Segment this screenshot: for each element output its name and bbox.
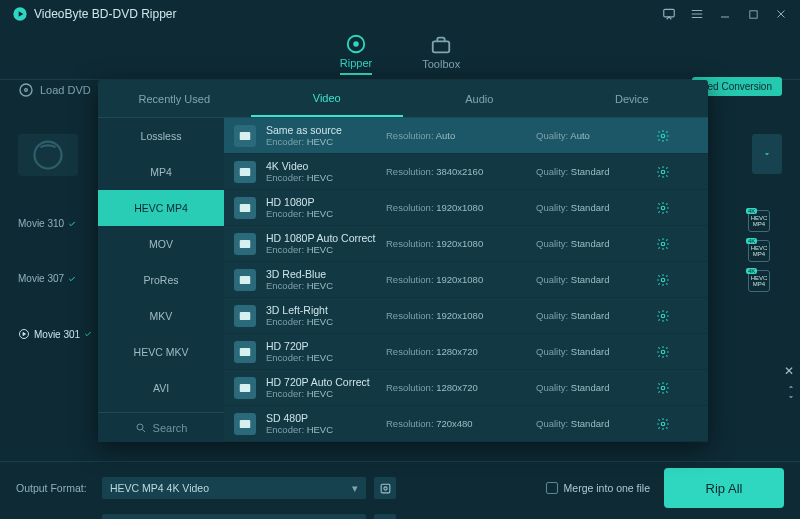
sidebar-item[interactable]: Lossless — [98, 118, 224, 154]
menu-icon[interactable] — [690, 7, 704, 21]
tab-ripper-label: Ripper — [340, 57, 372, 69]
movie-item[interactable]: Movie 310 — [18, 196, 98, 251]
preset-row[interactable]: 3D Left-RightEncoder: HEVCResolution: 19… — [224, 298, 708, 334]
movie-item[interactable]: Movie 307 — [18, 251, 98, 306]
svg-rect-14 — [240, 203, 251, 211]
preset-row[interactable]: SD 480PEncoder: HEVCResolution: 720x480Q… — [224, 406, 708, 442]
svg-point-6 — [25, 89, 28, 92]
checkbox-icon — [546, 482, 558, 494]
load-dvd-button[interactable]: Load DVD — [18, 82, 105, 98]
svg-rect-16 — [240, 239, 251, 247]
preset-list[interactable]: Same as sourceEncoder: HEVCResolution: A… — [224, 118, 708, 442]
gear-icon[interactable] — [656, 417, 670, 431]
svg-rect-20 — [240, 311, 251, 319]
svg-point-21 — [661, 314, 665, 318]
svg-point-3 — [353, 41, 359, 47]
preset-format-icon — [234, 197, 256, 219]
svg-point-19 — [661, 278, 665, 282]
movie-item[interactable]: Movie 301 — [18, 306, 98, 362]
gear-icon[interactable] — [656, 345, 670, 359]
format-dropdown-button[interactable] — [752, 134, 782, 174]
ripper-icon — [345, 33, 367, 55]
popup-tab[interactable]: Video — [251, 80, 404, 117]
sidebar-item[interactable]: MP4 — [98, 154, 224, 190]
svg-rect-4 — [433, 41, 450, 52]
sidebar-item[interactable]: MKV — [98, 298, 224, 334]
comment-icon[interactable] — [662, 7, 676, 21]
svg-rect-18 — [240, 275, 251, 283]
preset-row[interactable]: HD 1080PEncoder: HEVCResolution: 1920x10… — [224, 190, 708, 226]
popup-tabs: Recently UsedVideoAudioDevice — [98, 80, 708, 118]
gear-icon[interactable] — [656, 381, 670, 395]
svg-point-25 — [661, 386, 665, 390]
save-to-select[interactable]: D:\VideoByte\VideoByte BD-DVD Ripper\Rip… — [102, 514, 366, 519]
popup-tab[interactable]: Recently Used — [98, 80, 251, 117]
preset-format-icon — [234, 305, 256, 327]
svg-rect-12 — [240, 167, 251, 175]
rip-all-button[interactable]: Rip All — [664, 468, 784, 508]
close-icon[interactable] — [774, 7, 788, 21]
preset-row[interactable]: HD 720P Auto CorrectEncoder: HEVCResolut… — [224, 370, 708, 406]
svg-point-13 — [661, 170, 665, 174]
svg-rect-22 — [240, 347, 251, 355]
format-sidebar: LosslessMP4HEVC MP4MOVProResMKVHEVC MKVA… — [98, 118, 224, 442]
output-settings-button[interactable] — [374, 477, 396, 499]
app-title: VideoByte BD-DVD Ripper — [34, 7, 662, 21]
format-tag[interactable]: 4KHEVCMP4 — [736, 270, 782, 300]
sidebar-item[interactable]: HEVC MP4 — [98, 190, 224, 226]
popup-tab[interactable]: Device — [556, 80, 709, 117]
sidebar-item[interactable]: HEVC MKV — [98, 334, 224, 370]
svg-point-23 — [661, 350, 665, 354]
preset-format-icon — [234, 125, 256, 147]
preset-row[interactable]: HD 720PEncoder: HEVCResolution: 1280x720… — [224, 334, 708, 370]
preset-row[interactable]: Same as sourceEncoder: HEVCResolution: A… — [224, 118, 708, 154]
svg-point-9 — [137, 424, 143, 430]
preset-format-icon — [234, 341, 256, 363]
disc-thumbnail — [18, 134, 78, 176]
gear-icon[interactable] — [656, 129, 670, 143]
tab-ripper[interactable]: Ripper — [340, 33, 372, 75]
svg-point-11 — [661, 134, 665, 138]
right-column: 4KHEVCMP44KHEVCMP44KHEVCMP4 — [722, 134, 782, 300]
svg-rect-24 — [240, 383, 251, 391]
panel-close-icon[interactable]: ✕ — [784, 364, 794, 378]
format-tag[interactable]: 4KHEVCMP4 — [736, 240, 782, 270]
preset-row[interactable]: 4K VideoEncoder: HEVCResolution: 3840x21… — [224, 154, 708, 190]
svg-point-27 — [661, 422, 665, 426]
popup-tab[interactable]: Audio — [403, 80, 556, 117]
format-tag[interactable]: 4KHEVCMP4 — [736, 210, 782, 240]
svg-rect-0 — [664, 9, 675, 17]
sidebar-item[interactable]: ProRes — [98, 262, 224, 298]
preset-format-icon — [234, 161, 256, 183]
preset-row[interactable]: HD 1080P Auto CorrectEncoder: HEVCResolu… — [224, 226, 708, 262]
sidebar-item[interactable]: AVI — [98, 370, 224, 406]
preset-format-icon — [234, 269, 256, 291]
gear-icon[interactable] — [656, 165, 670, 179]
gear-icon[interactable] — [656, 273, 670, 287]
preset-row[interactable]: 3D Red-BlueEncoder: HEVCResolution: 1920… — [224, 262, 708, 298]
preset-format-icon — [234, 377, 256, 399]
maximize-icon[interactable] — [746, 7, 760, 21]
minimize-icon[interactable] — [718, 7, 732, 21]
preset-format-icon — [234, 413, 256, 435]
tab-toolbox-label: Toolbox — [422, 58, 460, 70]
reorder-arrows[interactable] — [786, 382, 796, 402]
svg-point-17 — [661, 242, 665, 246]
merge-label: Merge into one file — [564, 482, 650, 494]
output-format-value: HEVC MP4 4K Video — [110, 482, 209, 494]
merge-checkbox[interactable]: Merge into one file — [546, 482, 650, 494]
gear-icon[interactable] — [656, 201, 670, 215]
sidebar-item[interactable]: MOV — [98, 226, 224, 262]
output-format-select[interactable]: HEVC MP4 4K Video ▾ — [102, 477, 366, 499]
tab-toolbox[interactable]: Toolbox — [422, 34, 460, 74]
movie-list: Movie 310 Movie 307 Movie 301 — [18, 134, 98, 362]
search-input[interactable]: Search — [98, 412, 224, 442]
svg-rect-1 — [749, 10, 756, 17]
toolbox-icon — [430, 34, 452, 56]
load-dvd-label: Load DVD — [40, 84, 91, 96]
svg-point-29 — [383, 486, 386, 489]
svg-rect-26 — [240, 419, 251, 427]
open-folder-button[interactable] — [374, 514, 396, 519]
gear-icon[interactable] — [656, 309, 670, 323]
gear-icon[interactable] — [656, 237, 670, 251]
